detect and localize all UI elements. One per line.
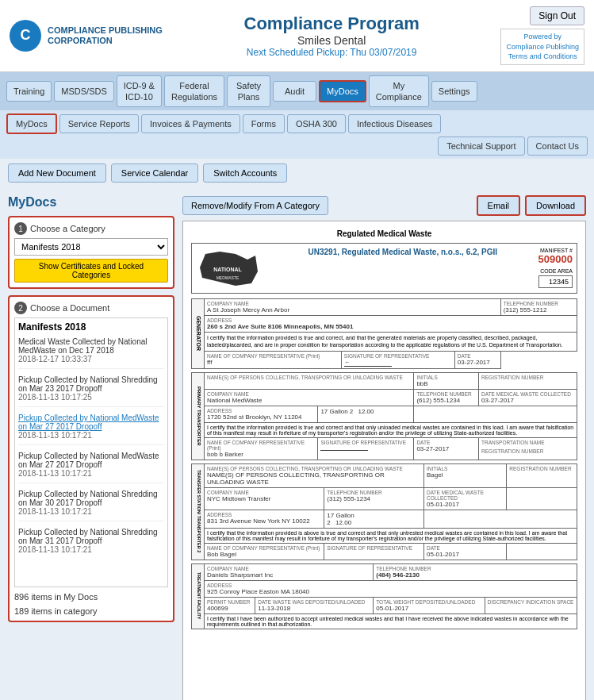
doc-count1: 896 items in My Docs bbox=[14, 592, 168, 602]
step2-num: 2 bbox=[14, 302, 27, 314]
un-number: UN3291, Regulated Medical Waste, n.o.s.,… bbox=[267, 248, 538, 256]
tf-permit: 400699 bbox=[207, 605, 228, 612]
doc-link[interactable]: Pickup Collected by National Shredding o… bbox=[18, 375, 158, 393]
pt-addr: 1720 52nd st Brooklyn, NY 11204 bbox=[207, 413, 302, 421]
doc-date: 2018-12-17 10:33:37 bbox=[18, 355, 164, 363]
right-panel: Remove/Modify From A Category Email Down… bbox=[182, 195, 586, 700]
pt-date2: 03-27-2017 bbox=[416, 445, 449, 452]
generator-section-label: GENERATOR bbox=[192, 299, 205, 368]
tf-company: Daniels Sharpsmart Inc bbox=[207, 571, 273, 579]
sub-infectious[interactable]: Infectious Diseases bbox=[348, 114, 441, 133]
pt-phone: (612) 555-1234 bbox=[416, 397, 460, 404]
nav-federal[interactable]: FederalRegulations bbox=[164, 75, 224, 108]
ts2-reg-cell: REGISTRATION NUMBER bbox=[507, 463, 577, 487]
ts2-date: 05-01-2017 bbox=[427, 501, 459, 508]
sub-invoices[interactable]: Invoices & Payments bbox=[141, 114, 240, 133]
ts2-collector-cell: NAME(S) OF PERSONS COLLECTING, TRANSPORT… bbox=[205, 463, 424, 487]
switch-accounts-button[interactable]: Switch Accounts bbox=[203, 163, 287, 183]
download-button[interactable]: Download bbox=[525, 195, 586, 216]
pt-qty2: 2 bbox=[350, 408, 353, 415]
doc-category-title: Manifests 2018 bbox=[18, 321, 164, 333]
pt-company: National MedWaste bbox=[207, 397, 263, 404]
sign-out-button[interactable]: Sign Out bbox=[530, 6, 584, 25]
powered-company: Compliance Publishing bbox=[506, 42, 579, 52]
step1-text: Choose a Category bbox=[30, 224, 105, 233]
show-certificates-button[interactable]: Show Certificates and Locked Categories bbox=[14, 259, 168, 283]
sub-osha300[interactable]: OSHA 300 bbox=[287, 114, 346, 133]
content: MyDocs 1 Choose a Category Manifests 201… bbox=[0, 187, 594, 700]
doc-link[interactable]: Pickup Collected by National Shredding o… bbox=[18, 490, 158, 507]
ts2-qty-cell: 17 Gallon 2 12.00 bbox=[324, 510, 424, 528]
tf-phone: (484) 546-2130 bbox=[376, 571, 420, 579]
manifest-document: Regulated Medical Waste NATIONAL MEDWAST… bbox=[191, 229, 577, 629]
national-medwaste-logo: NATIONAL MEDWASTE bbox=[196, 248, 267, 289]
generator-certify: I certify that the information provided … bbox=[205, 333, 577, 351]
doc-link-selected[interactable]: Pickup Collected by National MedWaste on… bbox=[18, 413, 159, 431]
pt-sig-cell: SIGNATURE OF REPRESENTATIVE bbox=[318, 437, 414, 460]
generator-phone: (312) 555-1212 bbox=[504, 306, 547, 313]
tf-addr: 925 Conroy Place Easton MA 18040 bbox=[207, 588, 309, 595]
ts2-initials: Bagel bbox=[427, 471, 443, 479]
gen-date: 03-27-2017 bbox=[458, 359, 490, 366]
nav-icd[interactable]: ICD-9 &ICD-10 bbox=[117, 75, 162, 108]
sub-forms[interactable]: Forms bbox=[243, 114, 285, 133]
ts2-qty2: 2 bbox=[327, 519, 330, 526]
sub-mydocs[interactable]: MyDocs bbox=[6, 113, 57, 134]
tf-section-label: TREATMENT FACILITY bbox=[192, 563, 205, 629]
doc-link[interactable]: Medical Waste Collected by National MedW… bbox=[18, 337, 147, 355]
sub-contact[interactable]: Contact Us bbox=[527, 137, 588, 156]
doc-date: 2018-11-13 10:17:21 bbox=[18, 431, 164, 440]
generator-name: A St Joseph Mercy Ann Arbor bbox=[207, 306, 289, 313]
service-calendar-button[interactable]: Service Calendar bbox=[111, 163, 198, 183]
manifest-num-label: MANIFEST # bbox=[538, 248, 573, 253]
svg-text:NATIONAL: NATIONAL bbox=[213, 267, 242, 272]
pt-transport-cell: TRANSPORTATION NAME REGISTRATION NUMBER bbox=[479, 437, 577, 460]
ts2-rep-name: Bob Bagel bbox=[207, 551, 236, 558]
email-button[interactable]: Email bbox=[477, 195, 521, 216]
nav-mydocs[interactable]: MyDocs bbox=[319, 80, 366, 102]
pt-date-cell: DATE MEDICAL WASTE COLLECTED 03-27-2017 bbox=[479, 389, 577, 406]
sub-nav: MyDocs Service Reports Invoices & Paymen… bbox=[0, 110, 594, 159]
list-item[interactable]: Pickup Collected by National MedWaste on… bbox=[18, 413, 164, 445]
terms-link[interactable]: Terms and Conditions bbox=[506, 52, 579, 62]
powered-by: Powered by Compliance Publishing Terms a… bbox=[500, 29, 584, 65]
category-select[interactable]: Manifests 2018 bbox=[14, 238, 168, 256]
doc-count2: 189 items in category bbox=[14, 606, 168, 616]
sub-tech-support[interactable]: Technical Support bbox=[438, 137, 524, 156]
list-item[interactable]: Pickup Collected by National Shredding o… bbox=[18, 528, 164, 559]
ts2-addr: 831 3rd Avenue New York NY 10022 bbox=[207, 517, 310, 525]
list-item[interactable]: Medical Waste Collected by National MedW… bbox=[18, 337, 164, 369]
pt-initials-cell: INITIALS bbB bbox=[414, 372, 479, 389]
nav-safety[interactable]: SafetyPlans bbox=[227, 75, 270, 108]
pt-phone-cell: TELEPHONE NUMBER (612) 555-1234 bbox=[414, 389, 479, 406]
ts2-company: NYC Midtown Transfer bbox=[207, 495, 270, 502]
doc-date: 2018-11-13 10:17:21 bbox=[18, 545, 164, 554]
manifest-number-area: MANIFEST # 509000 CODE AREA 12345 bbox=[538, 248, 573, 288]
ts2-date-cell: DATE MEDICAL WASTE COLLECTED 05-01-2017 bbox=[423, 487, 506, 510]
nav-training[interactable]: Training bbox=[6, 81, 52, 102]
doc-link[interactable]: Pickup Collected by National MedWaste on… bbox=[18, 452, 159, 469]
doc-link[interactable]: Pickup Collected by National Shredding o… bbox=[18, 528, 158, 545]
nav-audit[interactable]: Audit bbox=[273, 81, 316, 102]
pt-qty-cell: 17 Gallon 2 12.00 bbox=[318, 406, 414, 422]
sub-service-reports[interactable]: Service Reports bbox=[59, 114, 139, 133]
ts2-qty: 17 Gallon bbox=[327, 512, 354, 519]
list-item[interactable]: Pickup Collected by National Shredding o… bbox=[18, 490, 164, 521]
nav-settings[interactable]: Settings bbox=[431, 81, 477, 102]
manifest-num-value: 509000 bbox=[538, 253, 573, 265]
step1-num: 1 bbox=[14, 222, 27, 235]
document-list[interactable]: Manifests 2018 Medical Waste Collected b… bbox=[14, 317, 168, 587]
list-item[interactable]: Pickup Collected by National Shredding o… bbox=[18, 375, 164, 407]
doc-date: 2018-11-13 10:17:25 bbox=[18, 393, 164, 402]
left-panel: MyDocs 1 Choose a Category Manifests 201… bbox=[8, 195, 174, 700]
step2-label: 2 Choose a Document bbox=[14, 302, 168, 314]
nav-msds[interactable]: MSDS/SDS bbox=[54, 81, 113, 102]
list-item[interactable]: Pickup Collected by National MedWaste on… bbox=[18, 452, 164, 483]
generator-addr: 260 s 2nd Ave Suite 8106 Minneapolis, MN… bbox=[207, 323, 353, 330]
add-new-document-button[interactable]: Add New Document bbox=[8, 163, 106, 183]
gen-date-cell: DATE 03-27-2017 bbox=[454, 351, 500, 368]
nav-mycompliance[interactable]: MyCompliance bbox=[369, 75, 429, 108]
remove-modify-button[interactable]: Remove/Modify From A Category bbox=[182, 196, 328, 215]
tf-certify-text: I certify that I have been authorized to… bbox=[205, 613, 577, 629]
document-viewer[interactable]: Regulated Medical Waste NATIONAL MEDWAST… bbox=[182, 221, 586, 700]
